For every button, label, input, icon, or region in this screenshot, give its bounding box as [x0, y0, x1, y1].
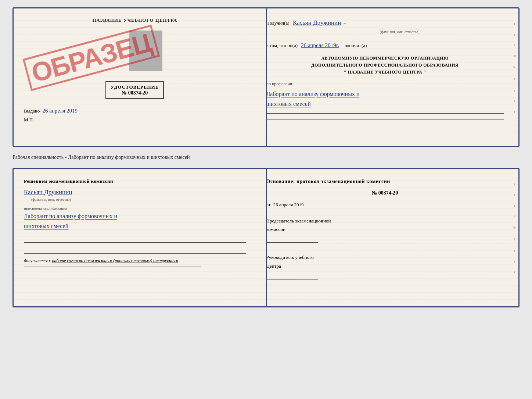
name-handwrite-upper: Касьян Дружинин: [293, 19, 341, 26]
edge-label-7: –: [513, 90, 517, 92]
org-line1: АВТОНОМНУЮ НЕКОММЕРЧЕСКУЮ ОРГАНИЗАЦИЮ: [266, 55, 504, 62]
допуск-prefix: допускается к: [24, 258, 51, 263]
rukovoditel-line2: Центра: [266, 262, 504, 270]
predsedatel-line2: комиссии: [266, 225, 504, 234]
resheniem-label: Решением экзаменационной комиссии: [24, 178, 246, 185]
lower-right-content: Основание: протокол экзаменационной коми…: [266, 178, 504, 279]
qual-line2: шихтовых смесей: [24, 221, 246, 231]
upper-left-panel: НАЗВАНИЕ УЧЕБНОГО ЦЕНТРА ОБРАЗЕЦ УДОСТОВ…: [14, 8, 256, 146]
upper-right-content: Получил(a) Касьян Дружинин – (фамилия, и…: [266, 17, 504, 120]
photo-placeholder: [129, 31, 162, 71]
vtom-date: 26 апреля 2019г.: [301, 42, 339, 48]
vtom-row: в том, что он(а) 26 апреля 2019г. окончи…: [266, 40, 504, 50]
osnovanie-label: Основание: протокол экзаменационной коми…: [266, 178, 504, 185]
upper-right-panel: Получил(a) Касьян Дружинин – (фамилия, и…: [256, 8, 518, 146]
predsedatel-line1: Председатель экзаменационной: [266, 217, 504, 225]
rukovoditel-line1: Руководитель учебного: [266, 253, 504, 261]
mp-label: М.П.: [24, 117, 246, 123]
udost-label: УДОСТОВЕРЕНИЕ: [111, 84, 159, 90]
lower-edge-5: ,а: [513, 226, 517, 229]
lower-left-panel: Решением экзаменационной комиссии Касьян…: [14, 169, 256, 306]
vtom-label: в том, что он(а): [266, 43, 298, 48]
name-handwrite-lower: Касьян Дружинин: [24, 189, 72, 196]
lower-edge-9: –: [513, 271, 517, 273]
edge-label-8: –: [513, 100, 517, 102]
sig-line-2: [266, 120, 504, 120]
upper-title: НАЗВАНИЕ УЧЕБНОГО ЦЕНТРА: [24, 17, 246, 23]
page-wrapper: НАЗВАНИЕ УЧЕБНОГО ЦЕНТРА ОБРАЗЕЦ УДОСТОВ…: [12, 7, 520, 307]
upper-cert-card: НАЗВАНИЕ УЧЕБНОГО ЦЕНТРА ОБРАЗЕЦ УДОСТОВ…: [12, 7, 520, 147]
lower-edge-3: –: [513, 205, 517, 207]
rukovoditel-sig: [266, 279, 318, 279]
poluchil-label: Получил(a): [266, 20, 290, 26]
ot-date: 26 апреля 2019: [273, 202, 304, 207]
edge-label-2: –: [513, 34, 517, 36]
predsedatel-sig: [266, 242, 318, 243]
name-subtitle-upper: (фамилия, имя, отчество): [296, 29, 504, 35]
protocol-number: № 00374-20: [266, 188, 504, 197]
poluchil-row: Получил(a) Касьян Дружинин – (фамилия, и…: [266, 17, 504, 35]
edge-label-5: ,а: [513, 66, 517, 68]
lower-sig-line-2: [24, 242, 246, 243]
edge-label-3: –: [513, 44, 517, 46]
ot-date-row: от 26 апреля 2019: [266, 200, 504, 209]
org-line2: ДОПОЛНИТЕЛЬНОГО ПРОФЕССИОНАЛЬНОГО ОБРАЗО…: [266, 62, 504, 69]
prof-line1-upper: Лаборант по анализу формовочных и: [266, 89, 504, 99]
right-edge-labels-lower: – – – и ,а ← – – –: [513, 184, 517, 273]
prof-line2-upper: шихтовых смесей: [266, 99, 504, 109]
допуск-value: работе согласно должностным (производств…: [52, 258, 178, 263]
vydano-row: Выдано 26 апреля 2019: [24, 108, 246, 114]
org-block: АВТОНОМНУЮ НЕКОММЕРЧЕСКУЮ ОРГАНИЗАЦИЮ ДО…: [266, 55, 504, 76]
vydano-label: Выдано: [24, 108, 40, 114]
ot-label: от: [266, 202, 271, 207]
between-text: Рабочая специальность - Лаборант по анал…: [12, 153, 520, 162]
lower-sig-line-1: [24, 237, 246, 237]
qual-line1: Лаборант по анализу формовочных и: [24, 211, 246, 221]
udost-number: № 00374-20: [111, 90, 159, 96]
org-line3: " НАЗВАНИЕ УЧЕБНОГО ЦЕНТРА ": [266, 69, 504, 76]
edge-label-6: ←: [513, 77, 517, 81]
lower-edge-2: –: [513, 194, 517, 196]
sig-line-1: [266, 113, 504, 114]
lower-edge-4: и: [513, 215, 517, 217]
допуск-sig-line: [24, 267, 201, 267]
допуск-text: допускается к работе согласно должностны…: [24, 258, 246, 264]
lower-edge-8: –: [513, 261, 517, 263]
dash1: –: [344, 20, 346, 26]
prisvoena-label: присвоена квалификация: [24, 206, 246, 210]
name-subtitle-lower: (фамилия, имя, отчество): [31, 197, 246, 202]
okonchil-label: окончил(а): [345, 43, 367, 48]
lower-sig-line-3: [24, 248, 246, 248]
lower-edge-7: –: [513, 250, 517, 252]
vydano-date: 26 апреля 2019: [43, 108, 78, 114]
lower-edge-1: –: [513, 184, 517, 185]
lower-sig-line-4: [24, 253, 246, 254]
lower-cert-card: Решением экзаменационной комиссии Касьян…: [12, 168, 520, 307]
udost-center: УДОСТОВЕРЕНИЕ № 00374-20: [24, 78, 246, 102]
udost-box: УДОСТОВЕРЕНИЕ № 00374-20: [105, 81, 164, 99]
po-professii-label: по профессии: [266, 80, 504, 88]
right-edge-labels-upper: – – – и ,а ← – – –: [513, 23, 517, 113]
lower-right-panel: Основание: протокол экзаменационной коми…: [256, 169, 518, 306]
edge-label-9: –: [513, 111, 517, 113]
edge-label-1: –: [513, 23, 517, 25]
lower-edge-6: ←: [513, 238, 517, 241]
edge-label-4: и: [513, 55, 517, 57]
